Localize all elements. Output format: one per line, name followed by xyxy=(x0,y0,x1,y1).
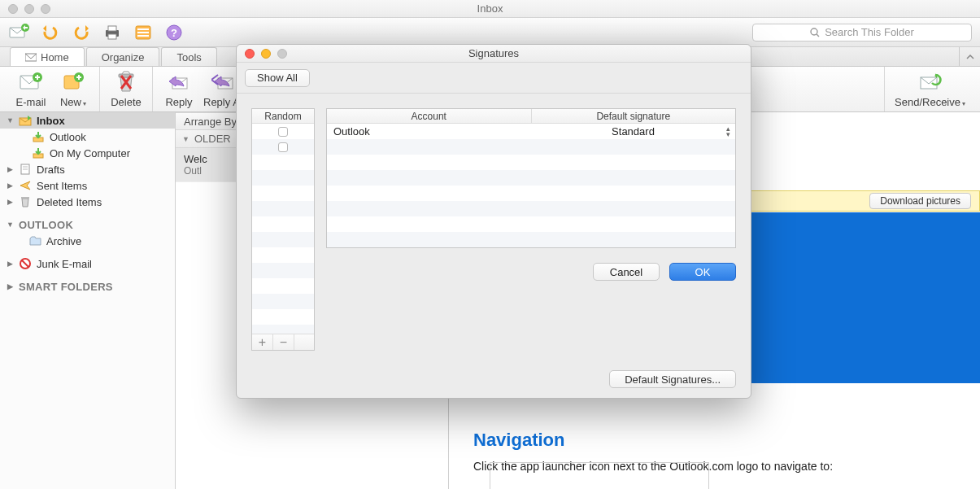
sidebar-section-smartfolders[interactable]: ▶ SMART FOLDERS xyxy=(0,278,175,295)
tab-home[interactable]: Home xyxy=(10,47,85,66)
redo-icon[interactable] xyxy=(70,21,93,44)
sendreceive-icon[interactable] xyxy=(8,21,31,44)
sent-icon xyxy=(19,179,32,192)
attachment-placeholder xyxy=(490,462,709,489)
traffic-lights xyxy=(8,4,50,14)
sendreceive-icon-large xyxy=(918,70,943,94)
cell-account: Outlook xyxy=(327,125,531,138)
chevron-down-icon[interactable]: ▾ xyxy=(962,100,965,107)
email-icon xyxy=(19,70,43,94)
show-all-button[interactable]: Show All xyxy=(245,69,310,87)
reply-icon xyxy=(167,70,191,94)
svg-rect-6 xyxy=(137,28,149,30)
ok-button[interactable]: OK xyxy=(669,263,736,281)
junk-icon xyxy=(19,257,32,270)
svg-rect-30 xyxy=(21,197,29,199)
reply-button[interactable]: Reply xyxy=(161,70,197,108)
disclosure-down-icon[interactable]: ▼ xyxy=(7,220,14,229)
quick-toolbar: ? Search This Folder xyxy=(0,18,980,47)
svg-rect-7 xyxy=(137,32,149,33)
tab-organize[interactable]: Organize xyxy=(86,47,160,66)
svg-line-12 xyxy=(817,34,819,37)
nav-heading: Navigation xyxy=(473,430,964,451)
disclosure-right-icon[interactable]: ▶ xyxy=(7,165,14,173)
cancel-button[interactable]: Cancel xyxy=(593,263,660,281)
tab-tools[interactable]: Tools xyxy=(161,47,216,66)
column-account[interactable]: Account xyxy=(327,109,532,123)
disclosure-right-icon[interactable]: ▶ xyxy=(7,260,14,268)
download-pictures-button[interactable]: Download pictures xyxy=(869,193,971,209)
folder-icon xyxy=(28,234,41,247)
add-signature-button[interactable]: + xyxy=(252,334,273,350)
ribbon-collapse-icon[interactable] xyxy=(959,47,980,66)
remove-signature-button[interactable]: − xyxy=(273,334,294,350)
print-icon[interactable] xyxy=(101,21,124,44)
sidebar-item-drafts[interactable]: ▶ Drafts xyxy=(0,161,175,177)
sidebar-item-deleteditems[interactable]: ▶ Deleted Items xyxy=(0,194,175,210)
column-default-signature[interactable]: Default signature xyxy=(532,109,736,123)
inbox-icon xyxy=(19,114,32,127)
column-random[interactable]: Random xyxy=(252,109,314,124)
sidebar-section-outlook[interactable]: ▼ OUTLOOK xyxy=(0,216,175,233)
disclosure-right-icon[interactable]: ▶ xyxy=(7,282,14,290)
sidebar-item-onmycomputer[interactable]: On My Computer xyxy=(0,145,175,161)
sidebar-item-archive[interactable]: Archive xyxy=(0,233,175,249)
signatures-dialog: Signatures Show All Random + − xyxy=(236,44,751,399)
svg-text:?: ? xyxy=(171,27,177,39)
email-button[interactable]: E-mail xyxy=(13,70,49,108)
svg-rect-3 xyxy=(108,26,116,31)
sidebar-item-inbox[interactable]: ▼ Inbox xyxy=(0,112,175,129)
sidebar-item-junk[interactable]: ▶ Junk E-mail xyxy=(0,255,175,272)
delete-button[interactable]: Delete xyxy=(108,70,144,108)
trash-icon xyxy=(114,70,138,94)
search-input[interactable]: Search This Folder xyxy=(752,24,972,41)
dialog-titlebar: Signatures xyxy=(237,45,751,63)
sendreceive-button[interactable]: Send/Receive▾ xyxy=(895,70,965,108)
disclosure-right-icon[interactable]: ▶ xyxy=(7,181,14,190)
svg-point-11 xyxy=(811,28,817,35)
search-placeholder: Search This Folder xyxy=(825,26,914,38)
disclosure-down-icon[interactable]: ▼ xyxy=(7,116,14,124)
window-title: Inbox xyxy=(0,2,980,15)
svg-rect-4 xyxy=(108,34,116,39)
trash-icon xyxy=(19,195,32,208)
signature-checkbox-row[interactable] xyxy=(252,124,314,139)
drafts-icon xyxy=(19,163,32,176)
window-titlebar: Inbox xyxy=(0,0,980,18)
signature-checkbox-row[interactable] xyxy=(252,139,314,155)
list-icon[interactable] xyxy=(132,21,155,44)
checkbox[interactable] xyxy=(278,142,288,152)
dialog-title: Signatures xyxy=(237,47,751,59)
zoom-dot[interactable] xyxy=(41,4,50,14)
download-icon xyxy=(32,146,45,159)
stepper-icon[interactable]: ▴▾ xyxy=(726,126,730,137)
default-signatures-button[interactable]: Default Signatures... xyxy=(609,370,736,388)
replyall-icon xyxy=(211,70,236,94)
svg-rect-8 xyxy=(137,35,149,37)
close-dot[interactable] xyxy=(8,4,18,14)
minimize-dot[interactable] xyxy=(24,4,34,14)
sidebar-item-sentitems[interactable]: ▶ Sent Items xyxy=(0,177,175,194)
disclosure-right-icon[interactable]: ▶ xyxy=(7,198,14,206)
new-button[interactable]: New▾ xyxy=(55,70,91,108)
chevron-down-icon[interactable]: ▾ xyxy=(83,100,86,107)
table-row[interactable]: Outlook Standard ▴▾ xyxy=(327,124,735,139)
undo-icon[interactable] xyxy=(39,21,62,44)
help-icon[interactable]: ? xyxy=(163,21,185,44)
signature-list: Random + − xyxy=(251,108,315,351)
cell-default-signature-select[interactable]: Standard ▴▾ xyxy=(531,125,735,138)
checkbox[interactable] xyxy=(278,127,288,137)
folder-sidebar: ▼ Inbox Outlook On My Computer ▶ Drafts … xyxy=(0,112,176,489)
new-icon xyxy=(61,70,85,94)
sidebar-item-outlook-account[interactable]: Outlook xyxy=(0,129,175,145)
download-icon xyxy=(32,130,45,143)
default-signatures-table: Account Default signature Outlook Standa… xyxy=(326,108,736,248)
